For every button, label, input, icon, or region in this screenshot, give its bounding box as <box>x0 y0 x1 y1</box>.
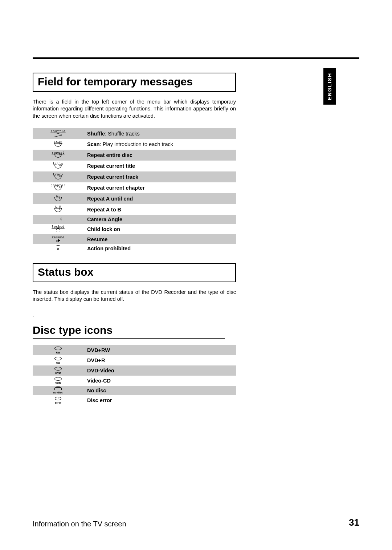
table-row: track Repeat current track <box>33 171 236 182</box>
dvd-video-icon: DVD <box>33 365 83 376</box>
table-row: repeat Repeat entire disc <box>33 150 236 161</box>
table-row: shuffle Shuffle: Shuffle tracks <box>33 128 236 139</box>
table-row: RW DVD+RW <box>33 345 236 355</box>
row-label: Repeat A until end <box>83 193 236 204</box>
row-label: Video-CD <box>83 376 236 386</box>
row-label: DVD-Video <box>83 365 236 376</box>
table-row: scan Scan: Play introduction to each tra… <box>33 139 236 150</box>
row-label: Action prohibited <box>83 244 236 253</box>
shuffle-icon: shuffle <box>33 128 83 139</box>
row-label: Repeat current chapter <box>83 182 236 193</box>
row-label: Disc error <box>83 395 236 405</box>
row-label: Repeat entire disc <box>83 150 236 161</box>
table-row: error Disc error <box>33 395 236 405</box>
row-label: No disc <box>83 386 236 395</box>
top-rule <box>33 57 359 59</box>
repeat-a-icon: A- <box>33 193 83 204</box>
table-row: title Repeat current title <box>33 161 236 171</box>
disc-type-table: RW DVD+RW RW DVD+R DVD DVD-Video VCD <box>33 345 236 405</box>
heading-temp-messages: Field for temporary messages <box>33 73 236 92</box>
row-label: DVD+RW <box>83 345 236 355</box>
repeat-chapter-icon: chapter <box>33 182 83 193</box>
table-row: RW DVD+R <box>33 355 236 365</box>
repeat-track-icon: track <box>33 171 83 182</box>
child-lock-icon: locked <box>33 224 83 234</box>
row-label: Repeat A to B <box>83 204 236 215</box>
row-label: Repeat current title <box>83 161 236 171</box>
row-label: Resume <box>83 234 236 244</box>
row-label: DVD+R <box>83 355 236 365</box>
table-row: A- Repeat A until end <box>33 193 236 204</box>
row-label: Scan: Play introduction to each track <box>83 139 236 150</box>
paragraph-status-box: The status box displays the current stat… <box>33 289 236 303</box>
dot-line: . <box>33 312 236 318</box>
vcd-icon: VCD <box>33 376 83 386</box>
dvd-rw-icon: RW <box>33 345 83 355</box>
table-row: ✕ Action prohibited <box>33 244 236 253</box>
page-footer: Information on the TV screen 31 <box>33 517 359 528</box>
row-label: Child lock on <box>83 224 236 234</box>
no-disc-icon: no disc <box>33 386 83 395</box>
repeat-title-icon: title <box>33 161 83 171</box>
repeat-icon: repeat <box>33 150 83 161</box>
scan-icon: scan <box>33 139 83 150</box>
repeat-ab-icon: A-B <box>33 204 83 215</box>
disc-error-icon: error <box>33 395 83 405</box>
page-number: 31 <box>349 517 359 528</box>
prohibited-icon: ✕ <box>33 244 83 253</box>
row-label: Camera Angle <box>83 215 236 224</box>
dvd-r-icon: RW <box>33 355 83 365</box>
row-label: Repeat current track <box>83 171 236 182</box>
heading-disc-type-icons: Disc type icons <box>33 324 225 339</box>
heading-status-box: Status box <box>33 263 236 282</box>
row-label: Shuffle: Shuffle tracks <box>83 128 236 139</box>
language-tab: ENGLISH <box>323 68 336 105</box>
table-row: A-B Repeat A to B <box>33 204 236 215</box>
table-row: resume▮ Resume <box>33 234 236 244</box>
table-row: VCD Video-CD <box>33 376 236 386</box>
table-row: chapter Repeat current chapter <box>33 182 236 193</box>
table-row: locked Child lock on <box>33 224 236 234</box>
paragraph-temp-messages: There is a field in the top left corner … <box>33 98 236 120</box>
temp-messages-table: shuffle Shuffle: Shuffle tracks scan Sca… <box>33 128 236 253</box>
footer-title: Information on the TV screen <box>33 520 126 528</box>
resume-icon: resume▮ <box>33 234 83 244</box>
table-row: Camera Angle <box>33 215 236 224</box>
camera-angle-icon <box>33 215 83 224</box>
table-row: DVD DVD-Video <box>33 365 236 376</box>
table-row: no disc No disc <box>33 386 236 395</box>
